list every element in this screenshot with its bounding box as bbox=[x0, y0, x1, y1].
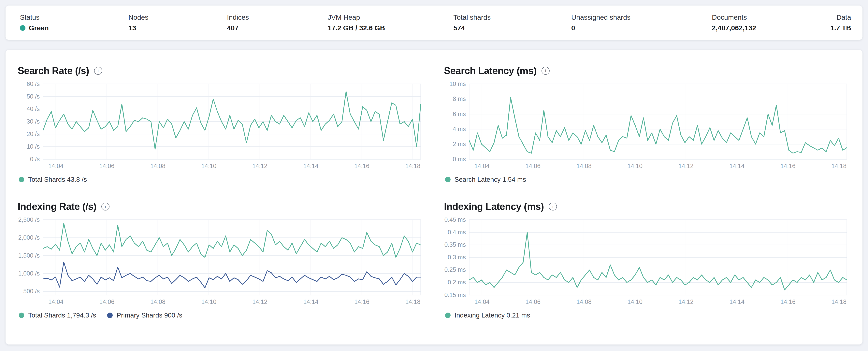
svg-text:14:18: 14:18 bbox=[832, 163, 847, 170]
svg-text:0.3 ms: 0.3 ms bbox=[448, 254, 466, 261]
svg-text:0 ms: 0 ms bbox=[453, 156, 466, 163]
svg-text:0.4 ms: 0.4 ms bbox=[448, 229, 466, 236]
svg-text:1,000 /s: 1,000 /s bbox=[18, 270, 40, 277]
svg-text:14:08: 14:08 bbox=[150, 163, 165, 170]
chart-search-rate: Search Rate (/s) 0 /s10 /s20 /s30 /s40 /… bbox=[18, 65, 424, 183]
chart-title-row: Search Latency (ms) bbox=[444, 65, 850, 76]
chart-search-latency: Search Latency (ms) 0 ms2 ms4 ms6 ms8 ms… bbox=[444, 65, 850, 183]
legend-label: Total Shards 43.8 /s bbox=[28, 176, 87, 183]
svg-text:2 ms: 2 ms bbox=[453, 141, 466, 147]
svg-text:14:08: 14:08 bbox=[577, 299, 592, 305]
svg-text:14:04: 14:04 bbox=[48, 163, 64, 170]
svg-text:14:16: 14:16 bbox=[354, 163, 370, 170]
stat-data: Data 1.7 TB bbox=[830, 13, 851, 32]
legend-label: Indexing Latency 0.21 ms bbox=[455, 312, 530, 319]
chart-legend: Indexing Latency 0.21 ms bbox=[444, 312, 850, 319]
legend-label: Primary Shards 900 /s bbox=[117, 312, 182, 319]
stat-documents: Documents 2,407,062,132 bbox=[712, 13, 831, 32]
legend-dot bbox=[445, 313, 451, 318]
stat-value: 574 bbox=[453, 24, 571, 32]
svg-text:14:14: 14:14 bbox=[303, 163, 318, 170]
legend-item-total-shards[interactable]: Total Shards 43.8 /s bbox=[19, 176, 87, 183]
info-icon[interactable] bbox=[549, 203, 557, 210]
stat-label: Nodes bbox=[128, 13, 227, 21]
stat-value: 1.7 TB bbox=[830, 24, 851, 32]
chart-title-row: Indexing Latency (ms) bbox=[444, 201, 850, 212]
chart-title: Search Rate (/s) bbox=[18, 65, 89, 76]
chart-indexing-latency: Indexing Latency (ms) 0.15 ms0.2 ms0.25 … bbox=[444, 201, 850, 319]
chart-indexing-rate: Indexing Rate (/s) 500 /s1,000 /s1,500 /… bbox=[18, 201, 424, 319]
svg-text:0 /s: 0 /s bbox=[30, 156, 40, 163]
svg-text:20 /s: 20 /s bbox=[27, 131, 40, 138]
svg-text:14:12: 14:12 bbox=[252, 163, 268, 170]
svg-text:14:10: 14:10 bbox=[627, 299, 643, 305]
legend-label: Search Latency 1.54 ms bbox=[455, 176, 526, 183]
svg-text:14:12: 14:12 bbox=[678, 299, 693, 305]
chart-title: Indexing Latency (ms) bbox=[444, 201, 544, 212]
info-icon[interactable] bbox=[101, 203, 109, 210]
svg-text:14:06: 14:06 bbox=[526, 163, 541, 170]
stat-label: Documents bbox=[712, 13, 831, 21]
chart-title-row: Search Rate (/s) bbox=[18, 65, 424, 76]
svg-text:14:18: 14:18 bbox=[405, 163, 421, 170]
stat-value: 13 bbox=[128, 24, 227, 32]
svg-text:14:08: 14:08 bbox=[150, 299, 165, 305]
svg-text:14:18: 14:18 bbox=[832, 299, 847, 305]
svg-text:2,000 /s: 2,000 /s bbox=[18, 234, 40, 241]
search-latency-plot[interactable]: 0 ms2 ms4 ms6 ms8 ms10 ms14:0414:0614:08… bbox=[444, 82, 850, 175]
chart-title: Search Latency (ms) bbox=[444, 65, 536, 76]
legend-item-search-latency[interactable]: Search Latency 1.54 ms bbox=[445, 176, 526, 183]
stat-value: 17.2 GB / 32.6 GB bbox=[328, 24, 453, 32]
svg-text:10 ms: 10 ms bbox=[450, 82, 466, 87]
info-icon[interactable] bbox=[541, 67, 549, 75]
stat-value: 0 bbox=[571, 24, 712, 32]
stat-indices: Indices 407 bbox=[227, 13, 328, 32]
metrics-panel: Search Rate (/s) 0 /s10 /s20 /s30 /s40 /… bbox=[5, 50, 863, 345]
chart-legend: Search Latency 1.54 ms bbox=[444, 176, 850, 183]
indexing-latency-plot[interactable]: 0.15 ms0.2 ms0.25 ms0.3 ms0.35 ms0.4 ms0… bbox=[444, 218, 850, 310]
svg-text:14:06: 14:06 bbox=[526, 299, 541, 305]
indexing-rate-plot[interactable]: 500 /s1,000 /s1,500 /s2,000 /s2,500 /s14… bbox=[18, 218, 424, 310]
stat-label: Total shards bbox=[453, 13, 571, 21]
health-dot-icon bbox=[20, 25, 26, 31]
legend-item-indexing-latency[interactable]: Indexing Latency 0.21 ms bbox=[445, 312, 530, 319]
svg-text:14:16: 14:16 bbox=[780, 163, 796, 170]
stat-value: 2,407,062,132 bbox=[712, 24, 831, 32]
chart-legend: Total Shards 1,794.3 /s Primary Shards 9… bbox=[18, 312, 424, 319]
svg-text:14:12: 14:12 bbox=[678, 163, 693, 170]
svg-text:40 /s: 40 /s bbox=[27, 105, 40, 112]
chart-title: Indexing Rate (/s) bbox=[18, 201, 96, 212]
cluster-status-bar: Status Green Nodes 13 Indices 407 JVM He… bbox=[5, 5, 863, 40]
status-value-text: Green bbox=[29, 24, 49, 32]
legend-item-total-shards[interactable]: Total Shards 1,794.3 /s bbox=[19, 312, 96, 319]
svg-text:0.35 ms: 0.35 ms bbox=[444, 241, 466, 248]
legend-item-primary-shards[interactable]: Primary Shards 900 /s bbox=[107, 312, 182, 319]
info-icon[interactable] bbox=[94, 67, 102, 75]
legend-dot bbox=[19, 177, 24, 182]
svg-text:0.25 ms: 0.25 ms bbox=[444, 266, 466, 273]
svg-text:14:16: 14:16 bbox=[780, 299, 796, 305]
svg-text:500 /s: 500 /s bbox=[23, 288, 40, 295]
stat-unassigned-shards: Unassigned shards 0 bbox=[571, 13, 712, 32]
search-rate-plot[interactable]: 0 /s10 /s20 /s30 /s40 /s50 /s60 /s14:041… bbox=[18, 82, 424, 175]
svg-text:14:14: 14:14 bbox=[730, 163, 745, 170]
stat-label: Data bbox=[830, 13, 851, 21]
svg-text:14:12: 14:12 bbox=[252, 299, 268, 305]
svg-text:6 ms: 6 ms bbox=[453, 111, 466, 117]
stat-label: Indices bbox=[227, 13, 328, 21]
svg-text:14:14: 14:14 bbox=[303, 299, 318, 305]
svg-text:1,500 /s: 1,500 /s bbox=[18, 252, 40, 259]
stat-label: Unassigned shards bbox=[571, 13, 712, 21]
svg-text:14:10: 14:10 bbox=[201, 299, 216, 305]
stat-status: Status Green bbox=[20, 13, 128, 32]
svg-text:14:14: 14:14 bbox=[730, 299, 745, 305]
svg-text:14:04: 14:04 bbox=[48, 299, 64, 305]
svg-text:14:06: 14:06 bbox=[99, 299, 115, 305]
chart-title-row: Indexing Rate (/s) bbox=[18, 201, 424, 212]
legend-dot bbox=[445, 177, 451, 182]
svg-text:14:06: 14:06 bbox=[99, 163, 115, 170]
svg-text:0.2 ms: 0.2 ms bbox=[448, 279, 466, 286]
svg-text:10 /s: 10 /s bbox=[27, 143, 40, 150]
legend-dot bbox=[107, 313, 113, 318]
cluster-overview-page: Status Green Nodes 13 Indices 407 JVM He… bbox=[0, 0, 868, 351]
